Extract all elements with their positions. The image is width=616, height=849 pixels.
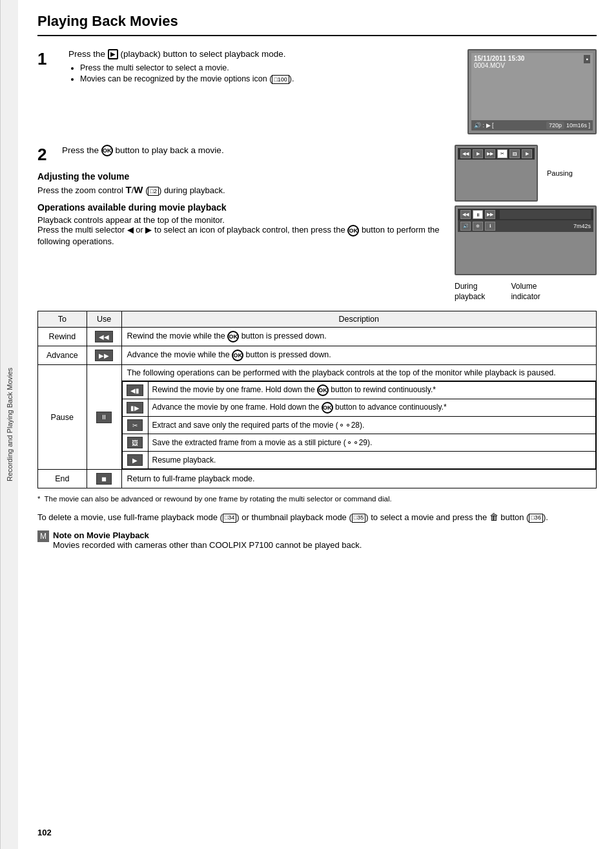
row-end-desc: Return to full-frame playback mode.: [121, 470, 596, 488]
step2-left: 2 Press the OK button to play back a mov…: [37, 145, 442, 251]
during-ctrl-pause: ⏸: [473, 210, 483, 219]
pause-sub-table: ◀▮ Rewind the movie by one frame. Hold d…: [122, 381, 596, 469]
during-vol-icon: 🔊: [460, 222, 471, 231]
during-screen-body: 🔊 ⊕ ℹ 7m42s: [458, 220, 593, 272]
ok-icon-ff: OK: [322, 402, 333, 414]
book-ref-36: □36: [529, 514, 542, 523]
playback-icon: ▶: [108, 49, 118, 59]
screen1-bottom-left: 🔊 : ▶ [: [474, 122, 494, 129]
col-header-desc: Description: [121, 311, 596, 328]
footnote: * The movie can also be advanced or rewo…: [37, 495, 597, 503]
step1-text: Press the ▶ (playback) button to select …: [68, 49, 455, 59]
camera-screen-1: 15/11/2011 15:30 0004.MOV ▪ 🔊 : ▶ [ 720p…: [467, 49, 597, 134]
screen1-info: 15/11/2011 15:30 0004.MOV: [474, 55, 524, 69]
time-remaining: 10m16s ]: [566, 122, 590, 129]
during-playback-label: During playback: [455, 282, 485, 302]
row-pause-use: ⏸: [87, 365, 121, 470]
pausing-controls: ◀◀ ▶ ▶▶ ✂ 🖼 ▶: [458, 148, 535, 160]
table-row-pause: Pause ⏸ The following operations can be …: [38, 365, 597, 381]
extract-icon: ✂: [127, 419, 143, 431]
during-top-controls: ◀◀ ⏸ ▶▶: [458, 209, 593, 220]
advance-icon: ▶▶: [95, 350, 113, 361]
pausing-screen: ◀◀ ▶ ▶▶ ✂ 🖼 ▶: [455, 145, 538, 202]
table-row-rewind: Rewind ◀◀ Rewind the movie while the OK …: [38, 328, 597, 346]
row-rewind-to: Rewind: [38, 328, 87, 346]
row-rewind-desc: Rewind the movie while the OK button is …: [121, 328, 596, 346]
sub-desc-save-frame: Save the extracted frame from a movie as…: [148, 434, 595, 452]
save-frame-icon: 🖼: [127, 437, 143, 448]
ok-button-icon2: OK: [347, 225, 359, 236]
during-label-line2: playback: [455, 292, 485, 302]
row-pause-to: Pause: [38, 365, 87, 470]
screen1-time: 15/11/2011 15:30: [474, 55, 524, 62]
page-number: 102: [37, 828, 52, 837]
ctrl-pause: ▶: [473, 149, 483, 158]
adjusting-volume-text: Press the zoom control T/W (□2) during p…: [37, 184, 442, 196]
frame-fwd-icon: ▮▶: [127, 402, 143, 414]
row-end-to: End: [38, 470, 87, 488]
row-rewind-use: ◀◀: [87, 328, 121, 346]
zoom-badge: 720p: [546, 121, 564, 129]
pausing-screen-body: [458, 160, 535, 198]
table-row-pause-sub: ◀▮ Rewind the movie by one frame. Hold d…: [38, 381, 597, 470]
during-info-icon: ℹ: [485, 222, 495, 231]
sub-icon-extract: ✂: [122, 417, 148, 434]
sub-desc-resume: Resume playback.: [148, 452, 595, 469]
book-ref-35: □35: [352, 514, 365, 523]
during-icons: 🔊 ⊕ ℹ: [460, 222, 495, 231]
book-ref-34: □34: [223, 514, 236, 523]
screen1-bottom-right: 720p 10m16s ]: [546, 121, 590, 129]
volume-indicator-label: Volume indicator: [511, 282, 540, 302]
sub-desc-frame-back: Rewind the movie by one frame. Hold down…: [148, 382, 595, 399]
row-end-use: ⏹: [87, 470, 121, 488]
ok-icon-rewind: OK: [227, 331, 239, 342]
operations-table: To Use Description Rewind ◀◀ Rewind the …: [37, 311, 597, 488]
footnote-text: The movie can also be advanced or rewoun…: [44, 495, 391, 503]
ctrl-cut: ✂: [497, 149, 508, 158]
screen1-battery: ▪: [584, 55, 590, 63]
sub-icon-resume: ▶: [122, 452, 148, 469]
step1-bullet-2: Movies can be recognized by the movie op…: [80, 74, 455, 84]
sub-desc-extract: Extract and save only the required parts…: [148, 417, 595, 434]
pausing-screen-block: ◀◀ ▶ ▶▶ ✂ 🖼 ▶ Pausing: [455, 145, 597, 202]
step2-screens: ◀◀ ▶ ▶▶ ✂ 🖼 ▶ Pausing ◀◀: [455, 145, 597, 302]
sub-row-resume: ▶ Resume playback.: [122, 452, 595, 469]
table-row-advance: Advance ▶▶ Advance the movie while the O…: [38, 346, 597, 365]
during-zoom-icon: ⊕: [473, 222, 483, 231]
screen1-top: 15/11/2011 15:30 0004.MOV ▪: [471, 53, 593, 71]
sub-row-extract: ✂ Extract and save only the required par…: [122, 417, 595, 434]
screen1-middle: [471, 71, 593, 120]
col-header-use: Use: [87, 311, 121, 328]
step1-bullet-1: Press the multi selector to select a mov…: [80, 63, 455, 72]
sub-row-frame-fwd: ▮▶ Advance the movie by one frame. Hold …: [122, 399, 595, 417]
step1-block: 1 Press the ▶ (playback) button to selec…: [37, 49, 597, 134]
screen1-icon-row: 🔊 : ▶ [: [474, 122, 494, 129]
row-advance-to: Advance: [38, 346, 87, 365]
footnote-star: *: [37, 495, 40, 503]
step1-bullets: Press the multi selector to select a mov…: [80, 63, 455, 84]
book-ref-2: □2: [148, 187, 158, 196]
t-label: T: [126, 184, 132, 195]
step1-number: 1: [37, 49, 56, 69]
pausing-label: Pausing: [547, 169, 573, 177]
page: Recording and Playing Back Movies Playin…: [0, 0, 616, 849]
rewind-icon: ◀◀: [95, 331, 113, 342]
camera-screen-inner-1: 15/11/2011 15:30 0004.MOV ▪ 🔊 : ▶ [ 720p…: [471, 53, 593, 131]
operations-intro: Playback controls appear at the top of t…: [37, 215, 442, 246]
frame-back-icon: ◀▮: [127, 384, 143, 396]
sub-icon-save-frame: 🖼: [122, 434, 148, 452]
step2-number: 2: [37, 145, 56, 165]
book-ref-100: □100: [272, 75, 289, 84]
during-battery: [500, 210, 591, 219]
row-pause-sub-table: ◀▮ Rewind the movie by one frame. Hold d…: [121, 381, 596, 470]
sub-icon-frame-back: ◀▮: [122, 382, 148, 399]
sub-icon-frame-fwd: ▮▶: [122, 399, 148, 417]
pause-icon: ⏸: [96, 412, 112, 423]
step2-block: 2 Press the OK button to play back a mov…: [37, 145, 597, 302]
note-content: Note on Movie Playback Movies recorded w…: [53, 530, 362, 550]
ctrl-advance: ▶▶: [485, 149, 495, 158]
main-content: Playing Back Movies 1 Press the ▶ (playb…: [18, 0, 616, 849]
ok-button-icon: OK: [101, 145, 113, 156]
operations-heading: Operations available during movie playba…: [37, 202, 442, 213]
step2-header: 2 Press the OK button to play back a mov…: [37, 145, 442, 165]
